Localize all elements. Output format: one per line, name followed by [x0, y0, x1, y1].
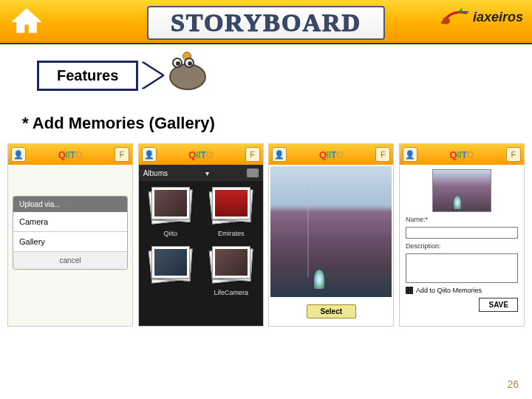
f-icon[interactable]: F	[245, 147, 260, 162]
f-icon[interactable]: F	[375, 147, 390, 162]
logo-swoosh-icon	[440, 6, 470, 28]
screen-form: 👤 QIITO F Name:* Description: Add to Qii…	[399, 143, 525, 327]
person-icon[interactable]: 👤	[272, 147, 287, 162]
upload-option-camera[interactable]: Camera	[13, 212, 127, 232]
name-field[interactable]	[406, 227, 518, 239]
app-header: 👤 QIITO F	[400, 144, 524, 165]
upload-title: Upload via...	[13, 197, 127, 212]
mascot-icon	[162, 53, 214, 98]
album-item[interactable]: Emirates	[204, 187, 259, 237]
svg-point-0	[443, 17, 450, 24]
desc-field[interactable]	[406, 253, 518, 283]
home-icon[interactable]	[6, 1, 47, 42]
desc-label: Description:	[406, 242, 518, 250]
app-logo: QIITO	[319, 149, 344, 160]
checkbox-icon[interactable]	[406, 287, 413, 294]
album-item[interactable]: LifeCamera	[204, 246, 259, 296]
person-icon[interactable]: 👤	[11, 147, 26, 162]
slide-subtitle: * Add Memories (Gallery)	[22, 114, 532, 133]
brand-name: iaxeiros	[473, 10, 523, 25]
albums-label: Albums	[143, 169, 168, 177]
screen-upload: 👤 QIITO F Upload via... Camera Gallery c…	[7, 143, 133, 327]
checkbox-label: Add to Qiito Memories	[416, 287, 482, 294]
features-row: Features	[37, 53, 532, 98]
app-logo: QIITO	[450, 149, 474, 160]
screen-preview: 👤 QIITO F Select	[268, 143, 394, 327]
form-body: Name:* Description: Add to Qiito Memorie…	[400, 165, 524, 326]
app-header: 👤 QIITO F	[139, 144, 263, 165]
slide-title: STORYBOARD	[171, 9, 361, 37]
album-item[interactable]	[143, 246, 198, 296]
albums-bar: Albums ▾	[139, 165, 263, 181]
albums-grid: Qiito Emirates LifeCamera	[139, 181, 263, 326]
person-icon[interactable]: 👤	[142, 147, 157, 162]
cancel-button[interactable]: cancel	[13, 252, 127, 269]
app-header: 👤 QIITO F	[8, 144, 132, 165]
preview-body: Select	[269, 165, 393, 326]
features-label: Features	[37, 61, 138, 91]
app-logo: QIITO	[188, 149, 213, 160]
select-button[interactable]: Select	[307, 304, 356, 318]
upload-dialog: Upload via... Camera Gallery cancel	[13, 196, 128, 270]
name-label: Name:*	[406, 216, 518, 223]
f-icon[interactable]: F	[115, 147, 129, 162]
album-item[interactable]: Qiito	[143, 187, 198, 237]
f-icon[interactable]: F	[506, 147, 521, 162]
title-band: STORYBOARD	[147, 6, 385, 40]
app-logo: QIITO	[58, 149, 83, 160]
upload-option-gallery[interactable]: Gallery	[13, 232, 127, 252]
page-number: 26	[507, 378, 519, 390]
checkbox-row[interactable]: Add to Qiito Memories	[406, 287, 518, 294]
brand-logo: iaxeiros	[440, 6, 523, 28]
camera-icon[interactable]	[247, 168, 259, 177]
screen-albums: 👤 QIITO F Albums ▾ Qiito Emirates	[138, 143, 264, 327]
screens-row: 👤 QIITO F Upload via... Camera Gallery c…	[0, 143, 532, 327]
photo-thumbnail	[432, 169, 491, 212]
app-header: 👤 QIITO F	[269, 144, 393, 165]
person-icon[interactable]: 👤	[403, 147, 417, 162]
arrow-icon	[141, 62, 162, 89]
chevron-down-icon[interactable]: ▾	[205, 169, 209, 177]
photo-preview	[270, 166, 392, 297]
slide-header: STORYBOARD iaxeiros	[0, 0, 532, 44]
save-button[interactable]: SAVE	[479, 298, 518, 312]
